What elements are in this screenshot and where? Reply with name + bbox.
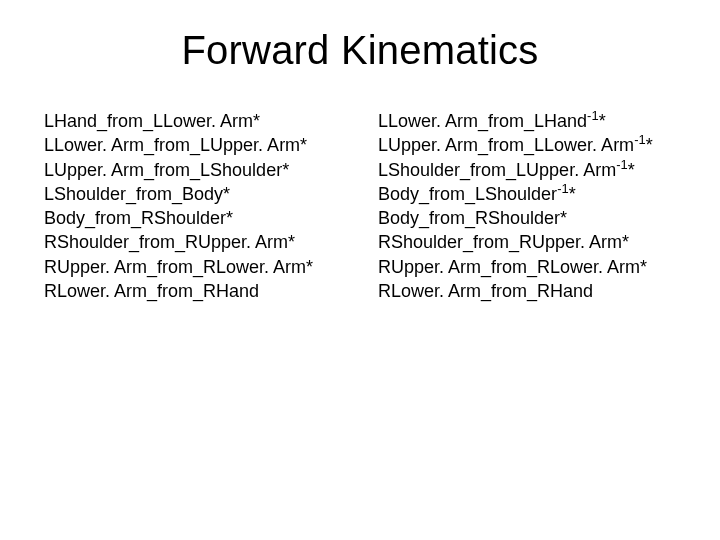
right-row: RLower. Arm_from_RHand	[378, 279, 676, 303]
right-row: Body_from_RShoulder*	[378, 206, 676, 230]
right-text: RUpper. Arm_from_RLower. Arm*	[378, 257, 647, 277]
content-columns: LHand_from_LLower. Arm*LLower. Arm_from_…	[44, 109, 676, 303]
right-superscript: -1	[616, 157, 628, 172]
left-text: RShoulder_from_RUpper. Arm*	[44, 232, 295, 252]
left-row: RLower. Arm_from_RHand	[44, 279, 342, 303]
right-row: LShoulder_from_LUpper. Arm-1*	[378, 158, 676, 182]
right-tail: *	[646, 135, 653, 155]
slide-title: Forward Kinematics	[44, 28, 676, 73]
right-row: RShoulder_from_RUpper. Arm*	[378, 230, 676, 254]
right-row: RUpper. Arm_from_RLower. Arm*	[378, 255, 676, 279]
right-text: RLower. Arm_from_RHand	[378, 281, 593, 301]
left-text: RLower. Arm_from_RHand	[44, 281, 259, 301]
left-row: RShoulder_from_RUpper. Arm*	[44, 230, 342, 254]
left-text: RUpper. Arm_from_RLower. Arm*	[44, 257, 313, 277]
right-superscript: -1	[587, 108, 599, 123]
right-text: LUpper. Arm_from_LLower. Arm	[378, 135, 634, 155]
left-row: LShoulder_from_Body*	[44, 182, 342, 206]
left-row: LHand_from_LLower. Arm*	[44, 109, 342, 133]
right-row: LUpper. Arm_from_LLower. Arm-1*	[378, 133, 676, 157]
left-row: LLower. Arm_from_LUpper. Arm*	[44, 133, 342, 157]
right-text: Body_from_RShoulder*	[378, 208, 567, 228]
right-text: LShoulder_from_LUpper. Arm	[378, 160, 616, 180]
right-tail: *	[599, 111, 606, 131]
slide: Forward Kinematics LHand_from_LLower. Ar…	[0, 0, 720, 540]
right-text: Body_from_LShoulder	[378, 184, 557, 204]
right-row: Body_from_LShoulder-1*	[378, 182, 676, 206]
right-text: RShoulder_from_RUpper. Arm*	[378, 232, 629, 252]
left-column: LHand_from_LLower. Arm*LLower. Arm_from_…	[44, 109, 342, 303]
left-row: Body_from_RShoulder*	[44, 206, 342, 230]
right-row: LLower. Arm_from_LHand-1*	[378, 109, 676, 133]
right-superscript: -1	[634, 132, 646, 147]
right-tail: *	[569, 184, 576, 204]
left-text: LLower. Arm_from_LUpper. Arm*	[44, 135, 307, 155]
right-column: LLower. Arm_from_LHand-1*LUpper. Arm_fro…	[378, 109, 676, 303]
left-row: LUpper. Arm_from_LShoulder*	[44, 158, 342, 182]
right-tail: *	[628, 160, 635, 180]
left-text: LShoulder_from_Body*	[44, 184, 230, 204]
right-text: LLower. Arm_from_LHand	[378, 111, 587, 131]
right-superscript: -1	[557, 181, 569, 196]
left-text: Body_from_RShoulder*	[44, 208, 233, 228]
left-row: RUpper. Arm_from_RLower. Arm*	[44, 255, 342, 279]
left-text: LUpper. Arm_from_LShoulder*	[44, 160, 289, 180]
left-text: LHand_from_LLower. Arm*	[44, 111, 260, 131]
